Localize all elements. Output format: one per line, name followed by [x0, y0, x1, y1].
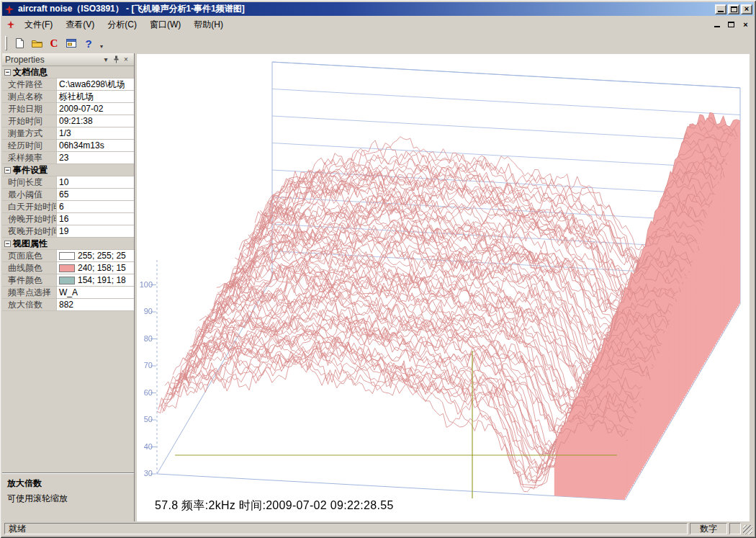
value-text: 2009-07-02: [59, 103, 103, 115]
open-file-button[interactable]: [28, 35, 45, 52]
maximize-button[interactable]: [728, 4, 739, 14]
property-value[interactable]: 16: [57, 213, 134, 225]
property-label: 傍晚开始时间: [2, 213, 57, 225]
menu-view[interactable]: 查看(V): [59, 16, 101, 34]
property-label: 测量方式: [2, 127, 57, 139]
description-title: 放大倍数: [7, 478, 129, 490]
properties-panel: Properties ▾ × 文档信息 文件路径 C:\awa6298\机场 测…: [2, 53, 135, 521]
property-value[interactable]: 2009-07-02: [57, 103, 134, 115]
property-row-elapsed-time: 经历时间 06h34m13s: [2, 140, 134, 152]
property-label: 事件颜色: [2, 274, 57, 286]
value-text: 255; 255; 25: [78, 250, 126, 261]
new-document-icon: [14, 37, 25, 49]
properties-panel-header[interactable]: Properties ▾ ×: [2, 53, 134, 66]
toolbar-grip[interactable]: [5, 36, 7, 50]
panel-close-button[interactable]: ×: [121, 55, 131, 65]
property-group-document-info[interactable]: 文档信息: [2, 66, 134, 79]
property-row-night-start: 夜晚开始时间 19: [2, 225, 134, 238]
property-value[interactable]: C:\awa6298\机场: [57, 79, 134, 90]
property-row-frequency-point: 频率点选择 W_A: [2, 287, 134, 299]
value-text: 09:21:38: [59, 115, 93, 127]
property-value[interactable]: 65: [57, 189, 134, 200]
property-value[interactable]: 6: [57, 201, 134, 212]
y-tick-label: 30: [137, 469, 153, 478]
property-value[interactable]: 154; 191; 18: [57, 274, 134, 286]
report-view-button[interactable]: [63, 35, 80, 52]
status-pane-empty: [729, 523, 741, 534]
y-tick-label: 40: [137, 442, 153, 451]
group-title: 视图属性: [13, 238, 48, 249]
value-text: 1/3: [59, 127, 71, 139]
menu-help[interactable]: 帮助(H): [187, 16, 230, 34]
collapse-icon[interactable]: [4, 69, 11, 76]
collapse-icon[interactable]: [4, 167, 11, 174]
value-text: 240; 158; 15: [78, 262, 126, 274]
property-label: 夜晚开始时间: [2, 225, 57, 237]
property-group-view-properties[interactable]: 视图属性: [2, 238, 134, 250]
resize-grip[interactable]: [743, 525, 752, 534]
help-icon: ?: [85, 37, 91, 50]
value-text: 882: [59, 299, 73, 310]
value-text: W_A: [59, 287, 78, 298]
property-group-event-settings[interactable]: 事件设置: [2, 164, 134, 176]
y-tick-label: 90: [137, 307, 153, 315]
help-button[interactable]: ?: [80, 35, 97, 52]
minimize-icon: [718, 9, 724, 12]
property-value[interactable]: 栎社机场: [57, 91, 134, 102]
property-row-curve-color: 曲线颜色 240; 158; 15: [2, 262, 134, 274]
properties-panel-title: Properties: [5, 55, 101, 65]
property-grid: 文档信息 文件路径 C:\awa6298\机场 测点名称 栎社机场 开始日期 2…: [2, 66, 134, 311]
property-row-site-name: 测点名称 栎社机场: [2, 91, 134, 103]
report-window-icon: [66, 37, 77, 49]
maximize-icon: [731, 6, 737, 12]
menu-analysis[interactable]: 分析(C): [101, 16, 143, 34]
child-window-icon[interactable]: [5, 19, 17, 30]
title-bar[interactable]: aircraft noise（ISO3891） - [飞机噪声分析1-事件1频谱…: [2, 2, 754, 16]
property-description-box: 放大倍数 可使用滚轮缩放: [2, 472, 134, 521]
property-value[interactable]: 882: [57, 299, 134, 310]
pin-icon: [113, 55, 120, 63]
toolbar-overflow-button[interactable]: ▾: [97, 35, 106, 52]
num-lock-indicator: 数字: [690, 523, 727, 534]
property-value[interactable]: 06h34m13s: [57, 140, 134, 151]
property-label: 文件路径: [2, 79, 57, 90]
mdi-close-button[interactable]: ×: [739, 19, 752, 30]
menu-file[interactable]: 文件(F): [18, 16, 59, 34]
property-value[interactable]: 255; 255; 25: [57, 250, 134, 261]
value-text: 23: [59, 152, 68, 163]
app-icon: [4, 4, 15, 15]
value-text: 06h34m13s: [59, 140, 104, 151]
value-text: 栎社机场: [59, 91, 94, 102]
value-text: 6: [59, 201, 64, 212]
property-value[interactable]: 240; 158; 15: [57, 262, 134, 274]
collapse-icon[interactable]: [4, 241, 11, 247]
property-label: 页面底色: [2, 250, 57, 261]
property-value[interactable]: 1/3: [57, 127, 134, 139]
panel-pin-button[interactable]: [111, 55, 121, 65]
panel-dropdown-button[interactable]: ▾: [101, 55, 111, 65]
spectrogram-chart-area: 10090807060504030 57.8 频率:2kHz 时间:2009-0…: [137, 54, 750, 521]
color-swatch: [59, 277, 75, 284]
value-text: 154; 191; 18: [78, 274, 126, 286]
property-label: 白天开始时间: [2, 201, 57, 212]
property-row-measure-mode: 测量方式 1/3: [2, 127, 134, 140]
property-value[interactable]: 10: [57, 176, 134, 188]
property-value[interactable]: 09:21:38: [57, 115, 134, 127]
menu-window[interactable]: 窗口(W): [143, 16, 187, 34]
close-button[interactable]: ×: [741, 4, 752, 14]
analysis-c-button[interactable]: C: [45, 35, 63, 52]
property-value[interactable]: 23: [57, 152, 134, 163]
new-document-button[interactable]: [11, 35, 28, 52]
property-row-page-color: 页面底色 255; 255; 25: [2, 250, 134, 262]
property-value[interactable]: W_A: [57, 287, 134, 298]
group-title: 事件设置: [13, 164, 48, 176]
mdi-minimize-button[interactable]: [711, 19, 723, 30]
cursor-readout: 57.8 频率:2kHz 时间:2009-07-02 09:22:28.55: [155, 498, 394, 514]
minimize-button[interactable]: [715, 4, 726, 14]
mdi-close-icon: ×: [743, 21, 747, 29]
letter-c-icon: C: [50, 37, 58, 50]
waterfall-plot-canvas[interactable]: [137, 54, 750, 521]
mdi-restore-button[interactable]: [725, 19, 737, 30]
property-value[interactable]: 19: [57, 225, 134, 237]
mdi-minimize-icon: [714, 24, 720, 27]
